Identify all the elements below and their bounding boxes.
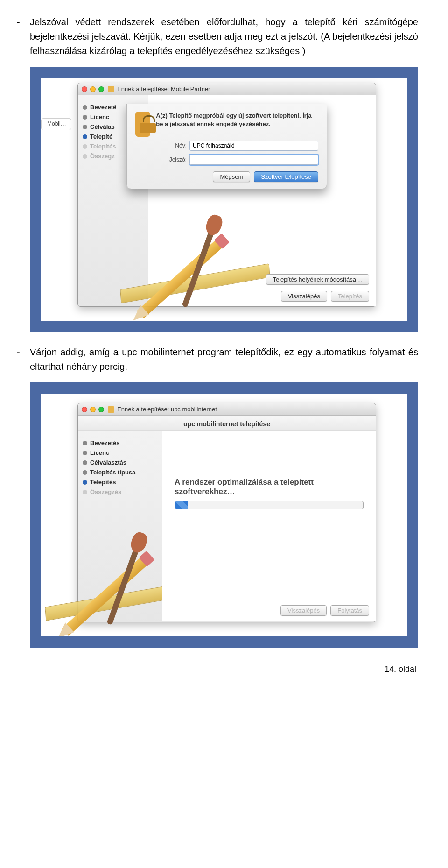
bullet-dash: - (17, 15, 30, 58)
change-location-button[interactable]: Telepítés helyének módosítása… (266, 274, 370, 285)
step-label: Telepítés (90, 479, 116, 486)
window-titlebar: Ennek a telepítése: Mobile Partner (78, 83, 376, 95)
paragraph-2-text: Várjon addig, amíg a upc mobilinternet p… (30, 345, 418, 374)
paragraph-1-text: Jelszóval védett rendszerek esetében elő… (30, 15, 418, 58)
window-titlebar: Ennek a telepítése: upc mobilinternet (78, 403, 376, 416)
cancel-button[interactable]: Mégsem (213, 171, 250, 182)
paragraph-2: - Várjon addig, amíg a upc mobilinternet… (30, 345, 418, 374)
installer-window-2: Ennek a telepítése: upc mobilinternet up… (77, 403, 376, 622)
screenshot-1: Mobil… Ennek a telepítése: Mobile Partne… (30, 67, 418, 332)
step-label: Bevezetés (90, 439, 120, 446)
steps-sidebar: Bevezetés Licenc Célválasztás Telepítés … (78, 431, 162, 621)
package-icon (108, 406, 114, 413)
close-icon[interactable] (82, 407, 87, 412)
back-button: Visszalépés (280, 605, 327, 616)
password-field[interactable] (189, 155, 318, 165)
step-item: Licenc (83, 449, 157, 456)
continue-button: Folytatás (330, 605, 369, 616)
step-label: Telepítés (90, 143, 116, 150)
page-number: 14. oldal (30, 664, 418, 674)
step-item: Telepítés típusa (83, 469, 157, 476)
password-label: Jelszó: (166, 156, 187, 163)
status-text: A rendszer optimalizálása a telepített s… (175, 478, 364, 496)
step-label: Licenc (90, 449, 109, 456)
traffic-lights[interactable] (82, 86, 104, 92)
step-item: Bevezetés (83, 439, 157, 446)
install-button: Telepítés (331, 291, 369, 302)
paragraph-1: - Jelszóval védett rendszerek esetében e… (30, 15, 418, 58)
installer-header: upc mobilinternet telepítése (78, 416, 376, 431)
minimize-icon[interactable] (90, 407, 96, 412)
zoom-icon[interactable] (98, 407, 104, 412)
step-label: Összegz (90, 153, 115, 160)
background-window-tab: Mobil… (41, 118, 71, 130)
step-label: Licenc (90, 113, 109, 120)
step-item: Célválasztás (83, 459, 157, 466)
step-label: Telepítés típusa (90, 469, 135, 476)
step-label: Célválas (90, 123, 115, 130)
window-title: Ennek a telepítése: Mobile Partner (117, 85, 210, 92)
step-item: Telepítés (83, 479, 157, 486)
step-label: Célválasztás (90, 459, 126, 466)
installer-window: Ennek a telepítése: Mobile Partner Bevez… (77, 83, 376, 307)
close-icon[interactable] (82, 86, 87, 92)
lock-icon (135, 112, 150, 137)
step-item: Összegzés (83, 488, 157, 495)
bullet-dash: - (17, 345, 30, 374)
auth-dialog: A(z) Telepítő megpróbál egy új szoftvert… (126, 104, 327, 189)
package-icon (108, 86, 114, 92)
zoom-icon[interactable] (98, 86, 104, 92)
back-button[interactable]: Visszalépés (281, 291, 327, 302)
auth-message: A(z) Telepítő megpróbál egy új szoftvert… (156, 112, 318, 128)
minimize-icon[interactable] (90, 86, 96, 92)
install-software-button[interactable]: Szoftver telepítése (254, 171, 318, 182)
installer-art (130, 183, 279, 321)
name-label: Név: (166, 142, 187, 149)
name-field[interactable] (189, 141, 318, 151)
step-label: Telepíté (90, 133, 112, 140)
installer-content: A rendszer optimalizálása a telepített s… (162, 431, 376, 621)
screenshot-2: Ennek a telepítése: upc mobilinternet up… (30, 382, 418, 648)
window-title: Ennek a telepítése: upc mobilinternet (117, 406, 217, 413)
step-label: Összegzés (90, 488, 121, 495)
traffic-lights[interactable] (82, 407, 104, 412)
step-label: Bevezeté (90, 104, 116, 111)
progress-bar (175, 501, 364, 509)
